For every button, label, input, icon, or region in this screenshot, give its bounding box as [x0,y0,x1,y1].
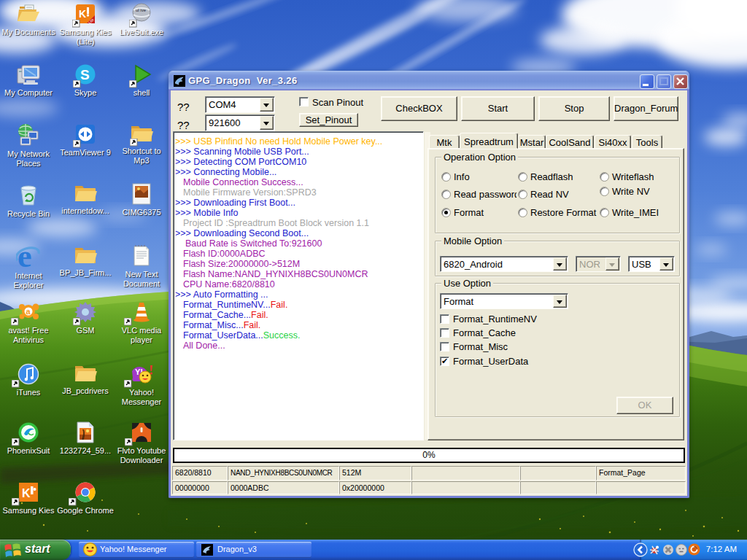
svg-text:K: K [22,487,31,499]
svg-text:K: K [79,8,86,20]
svg-text:S: S [80,67,90,82]
svg-text:ul ive: ul ive [136,8,147,12]
svg-text:a: a [26,307,31,316]
